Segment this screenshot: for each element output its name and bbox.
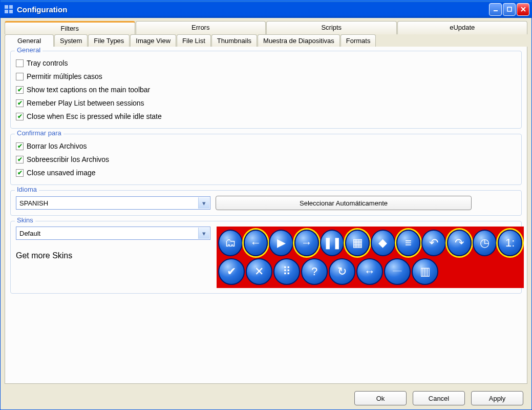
checkbox-label: Tray controls — [27, 59, 68, 67]
refresh-icon[interactable]: ↻ — [329, 258, 355, 285]
checkbox[interactable]: ✔ — [16, 156, 24, 163]
help-icon[interactable]: ? — [301, 258, 328, 285]
language-select[interactable]: SPANISH ▾ — [16, 196, 210, 210]
tab-scripts[interactable]: Scripts — [266, 21, 397, 34]
tab-system[interactable]: System — [54, 34, 88, 47]
check-icon[interactable]: ✔ — [218, 258, 245, 285]
bars-thick-icon[interactable]: ▥ — [412, 258, 438, 285]
checkbox-label: Borrar los Archivos — [27, 142, 87, 150]
svg-rect-0 — [5, 5, 8, 9]
chevron-down-icon: ▾ — [198, 197, 209, 209]
checkbox-label: Show text captions on the main toolbar — [27, 86, 150, 94]
checkbox-row: ✔Remeber Play List between sessions — [16, 96, 516, 110]
svg-rect-3 — [9, 10, 13, 13]
back-icon[interactable]: ← — [244, 230, 268, 256]
close-round-icon[interactable]: ✕ — [246, 258, 272, 285]
undo-icon[interactable]: ↶ — [421, 230, 446, 256]
skin-select[interactable]: Default ▾ — [16, 227, 210, 240]
tab-filters[interactable]: Filters — [5, 21, 135, 34]
checkbox[interactable]: ✔ — [16, 169, 24, 177]
window-title: Configuration — [17, 5, 489, 14]
checkbox[interactable]: ✔ — [16, 99, 24, 107]
checkbox-label: Sobreescribir los Archivos — [27, 155, 109, 163]
one-one-icon[interactable]: 1: — [498, 230, 522, 256]
tab-thumbnails[interactable]: Thumbnails — [211, 34, 257, 47]
group-confirm: Confirmar para ✔Borrar los Archivos✔Sobr… — [10, 134, 522, 185]
dialog-button-bar: Ok Cancel Apply — [1, 387, 531, 409]
dots-icon[interactable]: ⠿ — [273, 258, 300, 285]
get-more-skins-link[interactable]: Get more Skins — [16, 251, 210, 260]
resize-h-icon[interactable]: ↔ — [356, 258, 383, 285]
bars-thin-icon[interactable]: 𝄖 — [384, 258, 411, 285]
checkbox-row: ✔Borrar los Archivos — [16, 139, 516, 153]
checkbox[interactable]: ✔ — [16, 113, 24, 120]
diamond-icon[interactable]: ◆ — [371, 230, 395, 256]
close-button[interactable] — [517, 3, 529, 16]
checkbox[interactable] — [16, 73, 24, 80]
skin-value: Default — [19, 230, 40, 237]
tabs-lower: General System File Types Image View Fil… — [5, 34, 527, 47]
checkbox-row: Tray controls — [16, 56, 516, 70]
legend-idioma: Idioma — [15, 186, 39, 193]
cancel-button[interactable]: Cancel — [413, 391, 465, 405]
tab-eupdate[interactable]: eUpdate — [397, 21, 528, 34]
language-value: SPANISH — [19, 199, 48, 207]
checkbox-row: Permitir múltiples casos — [16, 70, 516, 83]
tab-file-types[interactable]: File Types — [88, 34, 130, 47]
tab-muestra[interactable]: Muestra de Diapositivas — [258, 34, 340, 47]
checkbox[interactable]: ✔ — [16, 86, 24, 94]
app-icon — [4, 4, 14, 14]
checkbox-row: ✔Sobreescribir los Archivos — [16, 153, 516, 166]
legend-general: General — [15, 46, 42, 54]
group-general: General Tray controlsPermitir múltiples … — [10, 51, 522, 129]
folders-icon[interactable]: 🗂 — [218, 230, 243, 256]
forward-icon[interactable]: → — [294, 230, 319, 256]
checkbox-label: Remeber Play List between sessions — [27, 99, 144, 107]
checkbox-row: ✔Show text captions on the main toolbar — [16, 83, 516, 96]
group-skins: Skins Default ▾ Get more Skins 🗂←▶→❚❚▦◆≡… — [10, 221, 522, 294]
svg-rect-2 — [5, 10, 8, 13]
clock-icon[interactable]: ◷ — [473, 230, 497, 256]
redo-icon[interactable]: ↷ — [447, 230, 472, 256]
svg-rect-5 — [507, 7, 512, 11]
lines-icon[interactable]: ≡ — [396, 230, 421, 256]
apply-button[interactable]: Apply — [471, 391, 523, 405]
legend-skins: Skins — [15, 216, 35, 224]
ok-button[interactable]: Ok — [354, 391, 407, 405]
svg-rect-1 — [9, 5, 13, 9]
checkbox-label: Close unsaved image — [27, 169, 96, 177]
play-icon[interactable]: ▶ — [269, 230, 293, 256]
auto-select-button[interactable]: Seleccionar Automáticamente — [216, 196, 472, 210]
chevron-down-icon: ▾ — [198, 228, 209, 239]
maximize-button[interactable] — [503, 3, 516, 16]
grid-icon[interactable]: ▦ — [345, 230, 370, 256]
tab-image-view[interactable]: Image View — [130, 34, 176, 47]
titlebar: Configuration — [1, 1, 531, 18]
checkbox-row: ✔Close when Esc is pressed while idle st… — [16, 110, 516, 123]
tab-file-list[interactable]: File List — [177, 34, 211, 47]
tab-formats[interactable]: Formats — [341, 34, 376, 47]
checkbox-row: ✔Close unsaved image — [16, 166, 516, 179]
tab-general[interactable]: General — [5, 34, 54, 47]
legend-confirm: Confirmar para — [15, 129, 63, 137]
group-idioma: Idioma SPANISH ▾ Seleccionar Automáticam… — [10, 190, 522, 216]
checkbox-label: Permitir múltiples casos — [27, 72, 102, 80]
pause-icon[interactable]: ❚❚ — [320, 230, 345, 256]
checkbox[interactable]: ✔ — [16, 142, 24, 150]
checkbox[interactable] — [16, 59, 24, 67]
skin-preview: 🗂←▶→❚❚▦◆≡↶↷◷1: ✔✕⠿?↻↔𝄖▥ — [217, 227, 524, 288]
tab-errors[interactable]: Errors — [136, 21, 266, 34]
minimize-button[interactable] — [489, 3, 502, 16]
tabs-upper: Filters Errors Scripts eUpdate — [5, 21, 527, 34]
tab-panel-general: General Tray controlsPermitir múltiples … — [5, 47, 527, 384]
checkbox-label: Close when Esc is pressed while idle sta… — [27, 112, 162, 120]
